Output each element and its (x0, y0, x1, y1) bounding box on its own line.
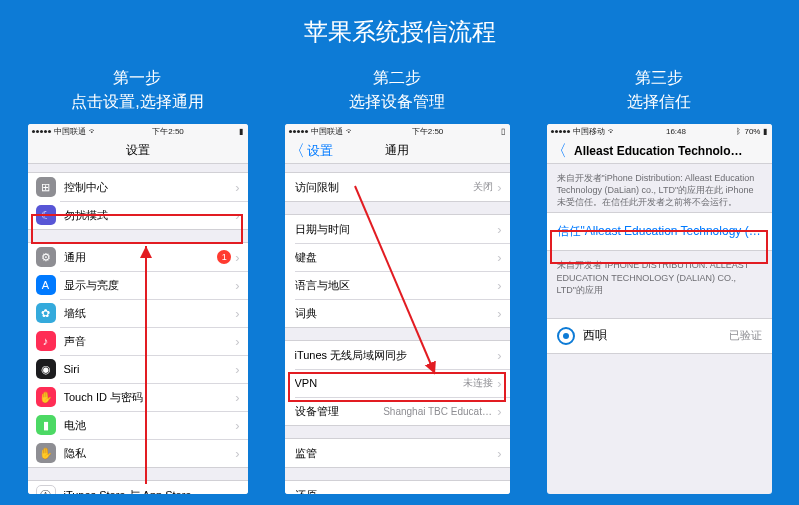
nav-bar: 〈 Alleast Education Technology (DaLia… (547, 138, 772, 164)
status-bar: 中国联通 ᯤ 下午2:50 ▯ (285, 124, 510, 138)
battery-icon: ▮ (763, 127, 767, 136)
general-icon: ⚙ (36, 247, 56, 267)
chevron-right-icon: › (235, 250, 239, 265)
chevron-right-icon: › (235, 306, 239, 321)
settings-row-battery[interactable]: ▮电池› (28, 411, 248, 439)
step-3-phone: 中国移动 ᯤ 16:48 ᛒ 70% ▮ 〈 Alleast Education… (547, 124, 772, 494)
row-label: 监管 (295, 446, 498, 461)
siri-icon: ◉ (36, 359, 56, 379)
step-1-header: 第一步 点击设置,选择通用 (71, 66, 203, 114)
wifi-icon: ᯤ (89, 127, 97, 136)
row-label: 声音 (64, 334, 236, 349)
settings-row-general[interactable]: ⚙通用1› (28, 243, 248, 271)
battery-icon: ▮ (36, 415, 56, 435)
clock-label: 16:48 (666, 127, 686, 136)
trust-developer-button[interactable]: 信任"Alleast Education Technology (D… (547, 212, 772, 251)
chevron-right-icon: › (235, 390, 239, 405)
carrier-label: 中国联通 (311, 126, 343, 137)
general-row-vpn[interactable]: VPN未连接› (285, 369, 510, 397)
general-row-reset[interactable]: 还原› (285, 481, 510, 494)
chevron-right-icon: › (497, 348, 501, 363)
wifi-icon: ᯤ (608, 127, 616, 136)
chevron-right-icon: › (235, 334, 239, 349)
step-1-phone: 中国联通 ᯤ 下午2:50 ▮ 设置 ⊞控制中心›☾勿扰模式›⚙通用1›A显示与… (28, 124, 248, 494)
row-label: 墙纸 (64, 306, 236, 321)
row-label: 键盘 (295, 250, 498, 265)
settings-row-itunes-appstore[interactable]: ⒶiTunes Store 与 App Store› (28, 481, 248, 494)
general-row-keyboard[interactable]: 键盘› (285, 243, 510, 271)
step-2-column: 第二步 选择设备管理 中国联通 ᯤ 下午2:50 ▯ 〈 设置 (285, 66, 510, 494)
general-row-dictionary[interactable]: 词典› (285, 299, 510, 327)
general-list[interactable]: 访问限制关闭›日期与时间›键盘›语言与地区›词典›iTunes 无线局域网同步›… (285, 164, 510, 494)
settings-row-sounds[interactable]: ♪声音› (28, 327, 248, 355)
settings-row-do-not-disturb[interactable]: ☾勿扰模式› (28, 201, 248, 229)
step-1-num: 第一步 (71, 66, 203, 90)
app-row[interactable]: 西唄 已验证 (547, 318, 772, 354)
settings-list[interactable]: ⊞控制中心›☾勿扰模式›⚙通用1›A显示与亮度›✿墙纸›♪声音›◉Siri›✋T… (28, 164, 248, 494)
nav-back-button[interactable]: 〈 (551, 143, 569, 159)
chevron-right-icon: › (235, 362, 239, 377)
row-label: 通用 (64, 250, 218, 265)
chevron-right-icon: › (235, 418, 239, 433)
status-bar: 中国移动 ᯤ 16:48 ᛒ 70% ▮ (547, 124, 772, 138)
settings-row-display-brightness[interactable]: A显示与亮度› (28, 271, 248, 299)
row-label: 控制中心 (64, 180, 236, 195)
app-name-label: 西唄 (583, 327, 729, 344)
developer-info-text: 来自开发者"iPhone Distribution: Alleast Educa… (547, 164, 772, 212)
verified-status: 已验证 (729, 328, 762, 343)
bluetooth-icon: ᛒ (736, 127, 741, 136)
row-label: 设备管理 (295, 404, 384, 419)
settings-row-siri[interactable]: ◉Siri› (28, 355, 248, 383)
chevron-right-icon: › (235, 446, 239, 461)
row-label: Touch ID 与密码 (64, 390, 236, 405)
step-2-phone: 中国联通 ᯤ 下午2:50 ▯ 〈 设置 通用 访问限制关闭›日期与时间›键盘›… (285, 124, 510, 494)
general-row-restrictions[interactable]: 访问限制关闭› (285, 173, 510, 201)
step-2-header: 第二步 选择设备管理 (349, 66, 445, 114)
trust-screen: 来自开发者"iPhone Distribution: Alleast Educa… (547, 164, 772, 494)
chevron-right-icon: › (497, 180, 501, 195)
nav-back-label: 设置 (307, 142, 333, 160)
row-label: iTunes Store 与 App Store (64, 488, 236, 495)
general-row-regulatory[interactable]: 监管› (285, 439, 510, 467)
settings-row-wallpaper[interactable]: ✿墙纸› (28, 299, 248, 327)
nav-bar: 〈 设置 通用 (285, 138, 510, 164)
settings-row-control-center[interactable]: ⊞控制中心› (28, 173, 248, 201)
row-value: 关闭 (473, 180, 493, 194)
general-row-language-region[interactable]: 语言与地区› (285, 271, 510, 299)
touch-id-icon: ✋ (36, 387, 56, 407)
step-2-num: 第二步 (349, 66, 445, 90)
chevron-right-icon: › (497, 250, 501, 265)
row-label: iTunes 无线局域网同步 (295, 348, 498, 363)
row-label: 勿扰模式 (64, 208, 236, 223)
step-1-sub: 点击设置,选择通用 (71, 90, 203, 114)
privacy-icon: ✋ (36, 443, 56, 463)
chevron-right-icon: › (497, 446, 501, 461)
chevron-right-icon: › (235, 208, 239, 223)
chevron-left-icon: 〈 (551, 143, 567, 159)
display-brightness-icon: A (36, 275, 56, 295)
wallpaper-icon: ✿ (36, 303, 56, 323)
nav-back-button[interactable]: 〈 设置 (289, 142, 333, 160)
row-label: 日期与时间 (295, 222, 498, 237)
nav-title: 设置 (126, 142, 150, 159)
row-label: 词典 (295, 306, 498, 321)
battery-percent: 70% (744, 127, 760, 136)
page-title: 苹果系统授信流程 (0, 0, 799, 48)
row-label: 访问限制 (295, 180, 474, 195)
general-row-itunes-wifi-sync[interactable]: iTunes 无线局域网同步› (285, 341, 510, 369)
row-label: VPN (295, 377, 464, 389)
settings-row-privacy[interactable]: ✋隐私› (28, 439, 248, 467)
nav-bar: 设置 (28, 138, 248, 164)
general-row-date-time[interactable]: 日期与时间› (285, 215, 510, 243)
signal-dots-icon (289, 130, 308, 133)
general-row-device-management[interactable]: 设备管理Shanghai TBC Education Dev…› (285, 397, 510, 425)
step-3-header: 第三步 选择信任 (627, 66, 691, 114)
status-bar: 中国联通 ᯤ 下午2:50 ▮ (28, 124, 248, 138)
chevron-right-icon: › (497, 376, 501, 391)
app-icon (557, 327, 575, 345)
carrier-label: 中国移动 (573, 126, 605, 137)
row-value: 未连接 (463, 376, 493, 390)
chevron-right-icon: › (497, 278, 501, 293)
settings-row-touch-id[interactable]: ✋Touch ID 与密码› (28, 383, 248, 411)
carrier-label: 中国联通 (54, 126, 86, 137)
